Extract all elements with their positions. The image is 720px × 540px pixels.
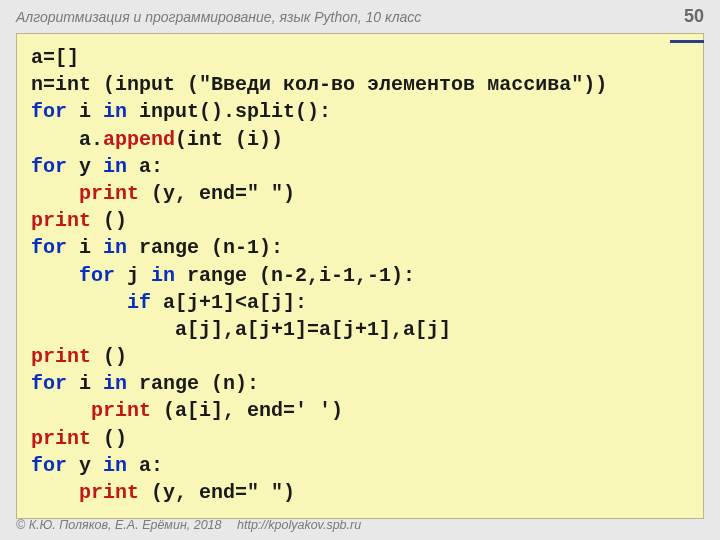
code-line: if a[j+1]<a[j]:	[31, 291, 307, 314]
code-line: print (a[i], end=' ')	[31, 399, 343, 422]
code-line: for y in a:	[31, 155, 163, 178]
footer-url: http://kpolyakov.spb.ru	[237, 518, 361, 532]
slide-footer: © К.Ю. Поляков, Е.А. Ерёмин, 2018 http:/…	[16, 518, 361, 532]
code-line: print ()	[31, 345, 127, 368]
code-line: print ()	[31, 209, 127, 232]
code-line: for i in input().split():	[31, 100, 331, 123]
code-line: print (y, end=" ")	[31, 182, 295, 205]
footer-copyright: © К.Ю. Поляков, Е.А. Ерёмин, 2018	[16, 518, 222, 532]
page-number: 50	[684, 6, 704, 27]
code-line: a.append(int (i))	[31, 128, 283, 151]
code-line: for i in range (n):	[31, 372, 259, 395]
accent-line	[670, 40, 704, 43]
code-line: print ()	[31, 427, 127, 450]
code-line: a=[]	[31, 46, 79, 69]
code-block: a=[] n=int (input ("Введи кол-во элемент…	[16, 33, 704, 519]
code-line: print (y, end=" ")	[31, 481, 295, 504]
course-title: Алгоритмизация и программирование, язык …	[16, 9, 421, 25]
code-line: a[j],a[j+1]=a[j+1],a[j]	[31, 318, 451, 341]
code-line: for y in a:	[31, 454, 163, 477]
code-line: for j in range (n-2,i-1,-1):	[31, 264, 415, 287]
code-line: for i in range (n-1):	[31, 236, 283, 259]
slide-header: Алгоритмизация и программирование, язык …	[0, 0, 720, 31]
code-line: n=int (input ("Введи кол-во элементов ма…	[31, 73, 607, 96]
